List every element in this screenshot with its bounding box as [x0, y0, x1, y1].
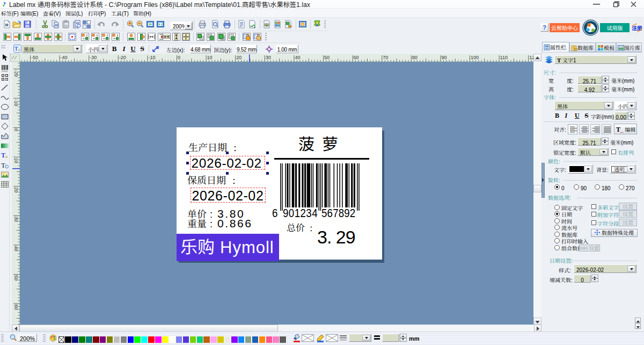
svg-text:a: a [18, 47, 20, 52]
svg-text:i: i [6, 165, 6, 168]
svg-text:-20: -20 [119, 55, 126, 60]
svg-text:50: 50 [13, 275, 19, 281]
svg-text:20: 20 [236, 55, 241, 60]
svg-text:50: 50 [324, 55, 330, 60]
svg-text:-10: -10 [148, 55, 155, 60]
svg-text:10: 10 [207, 55, 213, 60]
svg-text:110: 110 [500, 55, 508, 60]
svg-text:-40: -40 [61, 55, 68, 60]
svg-text:10: 10 [13, 158, 19, 163]
svg-text:70: 70 [383, 55, 388, 60]
svg-text:T: T [14, 46, 18, 52]
svg-text:-50: -50 [31, 55, 38, 60]
svg-text:a: a [5, 154, 8, 159]
svg-text:40: 40 [13, 246, 19, 251]
svg-text:0: 0 [178, 55, 180, 60]
svg-text:-30: -30 [90, 55, 97, 60]
svg-text:60: 60 [13, 305, 19, 310]
svg-text:20: 20 [13, 187, 19, 192]
svg-text:40: 40 [295, 55, 300, 60]
svg-text:100: 100 [471, 55, 479, 60]
svg-text:T: T [1, 152, 5, 159]
svg-text:30: 30 [13, 217, 19, 222]
svg-text:T: T [1, 161, 5, 169]
svg-text:60: 60 [354, 55, 359, 60]
svg-text:-20: -20 [13, 70, 19, 77]
svg-text:120: 120 [529, 55, 533, 60]
svg-text:97105: 97105 [2, 70, 8, 73]
svg-text:90: 90 [441, 55, 447, 60]
svg-text:-10: -10 [13, 99, 19, 106]
svg-text:80: 80 [412, 55, 418, 60]
svg-text:30: 30 [266, 55, 271, 60]
